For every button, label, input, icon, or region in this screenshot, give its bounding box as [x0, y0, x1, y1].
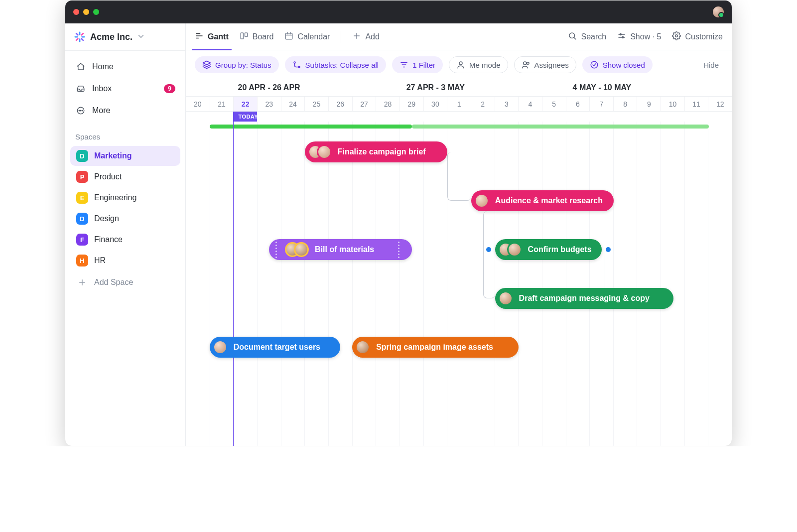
gantt-icon	[195, 31, 204, 42]
task-label: Draft campaign messaging & copy	[519, 294, 650, 303]
avatar	[507, 242, 522, 257]
customize-button[interactable]: Customize	[672, 31, 723, 42]
task-bar[interactable]: Spring campaign image assets	[352, 337, 519, 358]
space-marketing[interactable]: DMarketing	[70, 146, 180, 166]
show-closed-chip[interactable]: Show closed	[582, 56, 653, 73]
dependency-line	[447, 152, 471, 201]
spaces-heading: Spaces	[65, 124, 185, 145]
space-product[interactable]: PProduct	[70, 167, 180, 187]
task-label: Bill of materials	[315, 245, 374, 254]
assignees-chip[interactable]: Assignees	[514, 56, 576, 73]
tab-board[interactable]: Board	[240, 23, 274, 50]
window-controls	[73, 9, 99, 15]
group-by-chip[interactable]: Group by: Status	[195, 56, 279, 73]
avatar	[498, 291, 513, 306]
svg-point-40	[527, 62, 529, 65]
assignee-avatars	[308, 144, 332, 159]
add-view-button[interactable]: Add	[352, 23, 379, 50]
space-engineering[interactable]: EEngineering	[70, 188, 180, 208]
close-window-button[interactable]	[73, 9, 79, 15]
day-header: 5	[542, 97, 566, 111]
svg-rect-17	[241, 33, 243, 39]
drag-handle-icon[interactable]	[274, 242, 278, 258]
filter-bar: Group by: Status Subtasks: Collapse all …	[186, 50, 732, 79]
day-header: 11	[684, 97, 708, 111]
day-header: 24	[281, 97, 305, 111]
maximize-window-button[interactable]	[93, 9, 99, 15]
main-panel: GanttBoardCalendar Add Search Show · 5	[186, 23, 732, 446]
svg-rect-18	[245, 33, 247, 37]
day-header: 23	[257, 97, 281, 111]
day-header: 20	[186, 97, 210, 111]
day-header: 9	[637, 97, 661, 111]
nav-home[interactable]: Home	[70, 57, 180, 77]
users-icon	[522, 60, 531, 69]
minimize-window-button[interactable]	[83, 9, 89, 15]
today-marker: TODAY	[233, 112, 257, 122]
hide-filters-button[interactable]: Hide	[699, 61, 723, 69]
subtasks-chip[interactable]: Subtasks: Collapse all	[285, 56, 387, 73]
plus-icon	[76, 276, 88, 288]
task-label: Document target users	[234, 343, 320, 352]
tab-calendar[interactable]: Calendar	[284, 23, 330, 50]
workspace-switcher[interactable]: Acme Inc.	[65, 23, 185, 51]
board-icon	[240, 31, 249, 42]
home-icon	[75, 62, 86, 71]
me-mode-chip[interactable]: Me mode	[449, 56, 508, 73]
svg-point-38	[459, 62, 462, 65]
day-header: 29	[399, 97, 423, 111]
summary-bar	[210, 125, 709, 129]
nav-more[interactable]: More	[70, 101, 180, 121]
day-header: 28	[376, 97, 399, 111]
gear-icon	[672, 31, 681, 42]
day-header: 7	[589, 97, 613, 111]
assignee-avatars	[355, 340, 370, 355]
gantt-chart: 20 APR - 26 APR27 APR - 3 MAY4 MAY - 10 …	[186, 79, 732, 446]
dependency-dot[interactable]	[486, 247, 491, 252]
svg-rect-19	[286, 33, 293, 39]
plus-icon	[352, 31, 361, 42]
task-bar[interactable]: Audience & market research	[471, 190, 614, 211]
svg-line-7	[76, 39, 78, 40]
drag-handle-icon[interactable]	[397, 242, 401, 258]
task-bar[interactable]: Finalize campaign brief	[305, 141, 447, 162]
svg-point-11	[82, 110, 83, 111]
svg-line-26	[574, 37, 576, 39]
day-header: 2	[471, 97, 495, 111]
tab-gantt[interactable]: Gantt	[195, 23, 229, 50]
space-hr[interactable]: HHR	[70, 251, 180, 270]
space-design[interactable]: DDesign	[70, 209, 180, 229]
day-header: 25	[304, 97, 328, 111]
svg-point-10	[80, 110, 81, 111]
task-bar[interactable]: Document target users	[210, 337, 341, 358]
current-user-avatar[interactable]	[713, 6, 724, 17]
week-header: 27 APR - 3 MAY	[352, 79, 519, 96]
filter-icon	[399, 60, 408, 69]
search-button[interactable]: Search	[568, 31, 606, 42]
space-finance[interactable]: FFinance	[70, 230, 180, 250]
day-header: 10	[661, 97, 684, 111]
inbox-badge: 9	[164, 84, 175, 93]
filter-chip[interactable]: 1 Filter	[392, 56, 443, 73]
day-header: 27	[352, 97, 376, 111]
task-label: Confirm budgets	[528, 245, 592, 254]
sliders-icon	[617, 31, 626, 42]
gantt-chart-area[interactable]: Finalize campaign briefAudience & market…	[186, 122, 732, 446]
svg-point-41	[591, 61, 598, 68]
dependency-dot[interactable]	[606, 247, 611, 252]
assignee-avatars	[498, 291, 513, 306]
space-badge: F	[76, 234, 88, 246]
assignee-avatars	[285, 242, 309, 257]
show-settings-button[interactable]: Show · 5	[617, 31, 661, 42]
svg-marker-32	[203, 61, 211, 65]
day-header: 3	[495, 97, 519, 111]
nav-inbox[interactable]: Inbox9	[70, 79, 180, 99]
space-badge: D	[76, 213, 88, 225]
svg-line-5	[82, 39, 83, 40]
task-bar[interactable]: Draft campaign messaging & copy	[495, 288, 673, 309]
task-bar[interactable]: Confirm budgets	[495, 239, 602, 260]
add-space-button[interactable]: Add Space	[70, 272, 180, 292]
svg-point-9	[79, 110, 80, 111]
day-header: 6	[566, 97, 590, 111]
task-bar[interactable]: Bill of materials	[269, 239, 411, 260]
